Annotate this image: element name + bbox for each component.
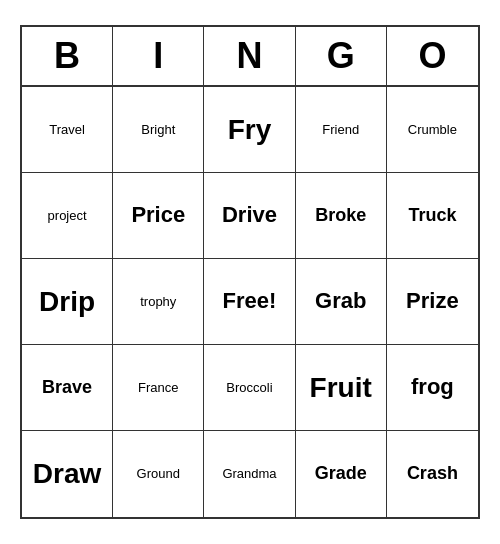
cell-text: Brave [42,377,92,399]
cell-text: Crash [407,463,458,485]
cell-text: Bright [141,122,175,138]
cell-text: Fruit [310,371,372,405]
bingo-cell: Fry [204,87,295,173]
bingo-cell: Draw [22,431,113,517]
cell-text: frog [411,374,454,400]
bingo-cell: Bright [113,87,204,173]
header-letter: N [204,27,295,85]
cell-text: Broccoli [226,380,272,396]
bingo-cell: Travel [22,87,113,173]
bingo-cell: Drip [22,259,113,345]
bingo-cell: Free! [204,259,295,345]
bingo-grid: TravelBrightFryFriendCrumbleprojectPrice… [22,87,478,517]
bingo-cell: Price [113,173,204,259]
bingo-cell: Grade [296,431,387,517]
cell-text: Drive [222,202,277,228]
bingo-cell: Grab [296,259,387,345]
cell-text: Friend [322,122,359,138]
bingo-cell: Crash [387,431,478,517]
cell-text: Prize [406,288,459,314]
bingo-cell: Crumble [387,87,478,173]
header-letter: I [113,27,204,85]
cell-text: Price [131,202,185,228]
cell-text: Free! [223,288,277,314]
cell-text: trophy [140,294,176,310]
header-letter: B [22,27,113,85]
cell-text: Truck [408,205,456,227]
bingo-cell: Truck [387,173,478,259]
cell-text: Drip [39,285,95,319]
bingo-cell: Grandma [204,431,295,517]
bingo-cell: Brave [22,345,113,431]
cell-text: Grade [315,463,367,485]
header-letter: G [296,27,387,85]
bingo-card: BINGO TravelBrightFryFriendCrumbleprojec… [20,25,480,519]
bingo-cell: Prize [387,259,478,345]
bingo-cell: Friend [296,87,387,173]
bingo-cell: Ground [113,431,204,517]
bingo-cell: Drive [204,173,295,259]
bingo-header: BINGO [22,27,478,87]
cell-text: Ground [137,466,180,482]
bingo-cell: frog [387,345,478,431]
cell-text: France [138,380,178,396]
bingo-cell: Fruit [296,345,387,431]
cell-text: Crumble [408,122,457,138]
cell-text: Travel [49,122,85,138]
cell-text: Grandma [222,466,276,482]
bingo-cell: trophy [113,259,204,345]
cell-text: project [48,208,87,224]
bingo-cell: Broccoli [204,345,295,431]
cell-text: Draw [33,457,101,491]
cell-text: Grab [315,288,366,314]
bingo-cell: France [113,345,204,431]
bingo-cell: Broke [296,173,387,259]
bingo-cell: project [22,173,113,259]
cell-text: Broke [315,205,366,227]
cell-text: Fry [228,113,272,147]
header-letter: O [387,27,478,85]
